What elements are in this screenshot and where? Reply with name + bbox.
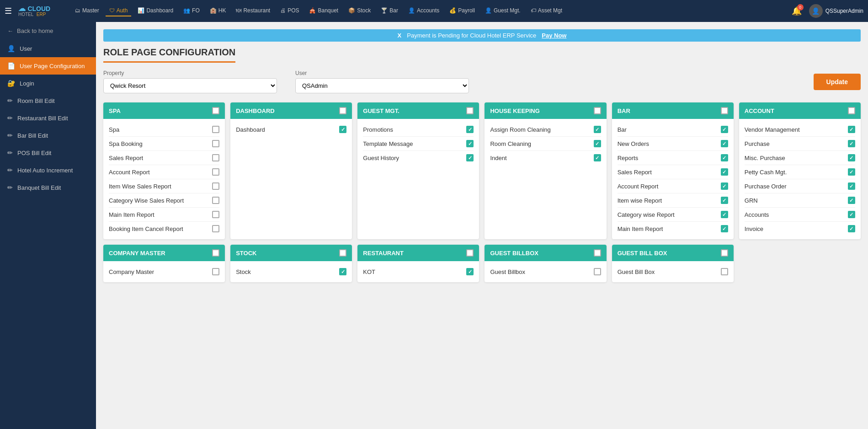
perm-item-checkbox[interactable] bbox=[721, 154, 728, 161]
perm-item-checkbox[interactable] bbox=[848, 126, 855, 133]
perm-item-checkbox[interactable] bbox=[212, 168, 219, 176]
perm-item-checkbox[interactable] bbox=[594, 154, 601, 161]
sidebar-item-login[interactable]: 🔐 Login bbox=[0, 75, 96, 92]
perm-item-checkbox[interactable] bbox=[848, 140, 855, 147]
card-header-checkbox-5[interactable] bbox=[848, 107, 855, 114]
logo-hotel-label: HOTEL bbox=[18, 12, 33, 17]
pay-now-link[interactable]: Pay Now bbox=[542, 32, 566, 39]
perm-item-checkbox[interactable] bbox=[721, 197, 728, 204]
perm-item-checkbox[interactable] bbox=[466, 140, 474, 147]
perm-item: Main Item Report bbox=[109, 208, 219, 222]
perm-item-checkbox[interactable] bbox=[212, 225, 219, 232]
perm-item-checkbox[interactable] bbox=[466, 268, 474, 275]
nav-item-guestmgt[interactable]: 👤 Guest Mgt. bbox=[481, 5, 524, 16]
nav-item-payroll[interactable]: 💰 Payroll bbox=[446, 5, 479, 16]
nav-item-banquet[interactable]: 🎪 Banquet bbox=[305, 5, 342, 16]
card-header-checkbox-3[interactable] bbox=[594, 107, 601, 114]
perm-item-checkbox[interactable] bbox=[721, 211, 728, 218]
nav-item-accounts[interactable]: 👤 Accounts bbox=[405, 5, 443, 16]
perm-item: Item wise Report bbox=[618, 193, 728, 208]
fo-icon: 👥 bbox=[183, 7, 190, 14]
perm-item-checkbox[interactable] bbox=[212, 154, 219, 161]
perm-item-checkbox[interactable] bbox=[212, 140, 219, 147]
card-header-checkbox-4[interactable] bbox=[721, 107, 728, 114]
nav-item-assetmgt[interactable]: 🏷 Asset Mgt bbox=[527, 5, 566, 16]
nav-item-restaurant[interactable]: 🍽 Restaurant bbox=[232, 5, 274, 16]
user-menu[interactable]: 👤 QSSuperAdmin bbox=[809, 4, 863, 18]
perm-item-checkbox[interactable] bbox=[721, 225, 728, 232]
master-icon: 🗂 bbox=[75, 7, 80, 14]
banner-close-button[interactable]: X bbox=[398, 32, 402, 39]
perm-item-checkbox[interactable] bbox=[212, 126, 219, 133]
nav-item-fo[interactable]: 👥 FO bbox=[180, 5, 203, 16]
perm-item-checkbox[interactable] bbox=[848, 182, 855, 190]
perm-item-checkbox[interactable] bbox=[212, 197, 219, 204]
perm-item-checkbox[interactable] bbox=[594, 268, 601, 275]
accounts-icon: 👤 bbox=[408, 7, 415, 14]
nav-item-hk[interactable]: 🏨 HK bbox=[206, 5, 230, 16]
card-header-checkbox-1[interactable] bbox=[339, 249, 346, 257]
perm-item-checkbox[interactable] bbox=[721, 182, 728, 190]
perm-item-checkbox[interactable] bbox=[848, 154, 855, 161]
perm-item: Main Item Report bbox=[618, 222, 728, 236]
property-select[interactable]: Qwick Resort bbox=[103, 78, 277, 93]
perm-item-checkbox[interactable] bbox=[594, 140, 601, 147]
sidebar-back-to-home[interactable]: ← Back to home bbox=[0, 22, 96, 40]
card-header-checkbox-0[interactable] bbox=[212, 107, 219, 114]
hamburger-icon[interactable]: ☰ bbox=[5, 6, 12, 16]
card-title-4: GUEST BILL BOX bbox=[618, 250, 667, 257]
card-header-checkbox-1[interactable] bbox=[339, 107, 346, 114]
perm-item-checkbox[interactable] bbox=[212, 211, 219, 218]
sidebar-item-banquet-bill-edit[interactable]: ✏ Banquet Bill Edit bbox=[0, 179, 96, 196]
card-body-3: Assign Room CleaningRoom CleaningIndent bbox=[485, 119, 606, 168]
sidebar-item-restaurant-bill-edit[interactable]: ✏ Restaurant Bill Edit bbox=[0, 109, 96, 127]
nav-item-bar[interactable]: 🍸 Bar bbox=[377, 5, 402, 16]
perm-item: Reports bbox=[618, 151, 728, 165]
perm-item-checkbox[interactable] bbox=[848, 211, 855, 218]
nav-item-master[interactable]: 🗂 Master bbox=[71, 5, 103, 16]
card-header-checkbox-2[interactable] bbox=[466, 107, 474, 114]
sidebar-item-bar-bill-edit[interactable]: ✏ Bar Bill Edit bbox=[0, 127, 96, 144]
card-header-checkbox-0[interactable] bbox=[212, 249, 219, 257]
perm-item: Company Master bbox=[109, 265, 219, 279]
card-header-checkbox-4[interactable] bbox=[721, 249, 728, 257]
sidebar-item-pos-bill-edit[interactable]: ✏ POS Bill Edit bbox=[0, 144, 96, 161]
perm-item-checkbox[interactable] bbox=[212, 182, 219, 190]
sidebar-item-user-page-configuration[interactable]: 📄 User Page Configuration bbox=[0, 57, 96, 75]
cards-grid-top: SPASpaSpa BookingSales ReportAccount Rep… bbox=[103, 102, 861, 239]
perm-item-checkbox[interactable] bbox=[721, 168, 728, 176]
perm-item-checkbox[interactable] bbox=[848, 168, 855, 176]
back-arrow-icon: ← bbox=[7, 27, 13, 34]
sidebar-item-hotel-auto-increment[interactable]: ✏ Hotel Auto Increment bbox=[0, 161, 96, 179]
perm-item-checkbox[interactable] bbox=[721, 126, 728, 133]
perm-item-checkbox[interactable] bbox=[594, 126, 601, 133]
nav-item-auth[interactable]: 🛡 Auth bbox=[106, 5, 132, 16]
perm-item-checkbox[interactable] bbox=[848, 225, 855, 232]
perm-item-checkbox[interactable] bbox=[339, 126, 346, 133]
perm-item: Promotions bbox=[363, 123, 474, 137]
card-title-3: HOUSE KEEPING bbox=[490, 107, 539, 114]
user-select[interactable]: QSAdmin bbox=[295, 78, 469, 93]
perm-item: Spa bbox=[109, 123, 219, 137]
perm-item-checkbox[interactable] bbox=[212, 268, 219, 275]
perm-item: New Orders bbox=[618, 137, 728, 151]
sidebar-item-user[interactable]: 👤 User bbox=[0, 40, 96, 57]
card-header-0: SPA bbox=[103, 102, 225, 119]
perm-item-checkbox[interactable] bbox=[466, 154, 474, 161]
payment-banner: X Payment is Pending for Cloud Hotel ERP… bbox=[103, 29, 861, 42]
nav-item-stock[interactable]: 📦 Stock bbox=[345, 5, 374, 16]
perm-item-checkbox[interactable] bbox=[721, 140, 728, 147]
perm-item-checkbox[interactable] bbox=[466, 126, 474, 133]
update-button[interactable]: Update bbox=[814, 74, 861, 90]
user-filter-group: User QSAdmin bbox=[295, 70, 469, 93]
nav-item-pos[interactable]: 🖨 POS bbox=[277, 5, 303, 16]
sidebar-item-room-bill-edit[interactable]: ✏ Room Bill Edit bbox=[0, 92, 96, 109]
card-header-checkbox-2[interactable] bbox=[466, 249, 474, 257]
nav-item-dashboard[interactable]: 📊 Dashboard bbox=[134, 5, 177, 16]
perm-item-checkbox[interactable] bbox=[339, 268, 346, 275]
perm-item-checkbox[interactable] bbox=[721, 268, 728, 275]
card-header-checkbox-3[interactable] bbox=[594, 249, 601, 257]
perm-card-spa: SPASpaSpa BookingSales ReportAccount Rep… bbox=[103, 102, 225, 239]
notification-bell[interactable]: 🔔 0 bbox=[792, 6, 802, 16]
perm-item-checkbox[interactable] bbox=[848, 197, 855, 204]
